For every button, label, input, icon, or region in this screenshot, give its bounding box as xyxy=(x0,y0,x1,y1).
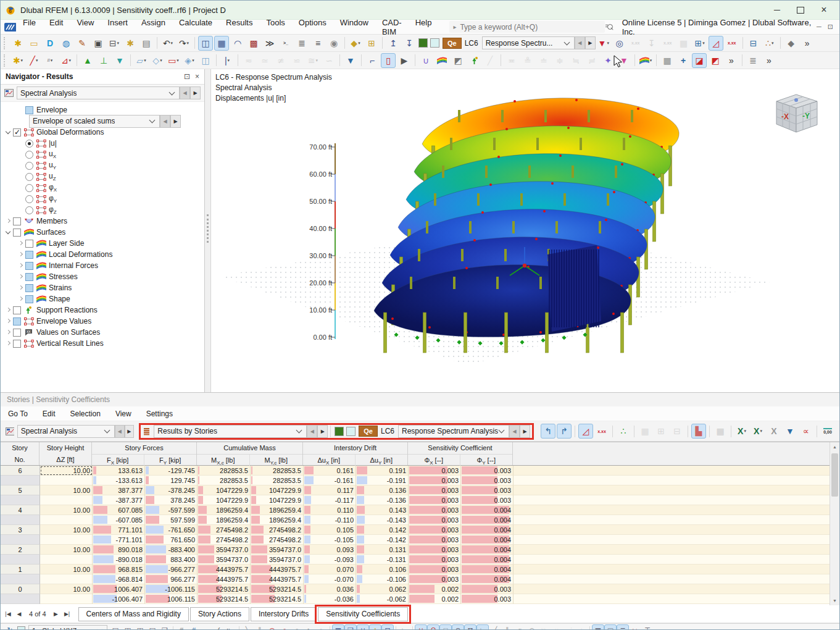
selection-mode-icon[interactable]: ▢ xyxy=(604,624,617,630)
fy-value-cell[interactable]: -883.400 xyxy=(145,545,198,555)
grid-window-icon[interactable]: ❏ xyxy=(344,624,357,630)
mxc-value-cell[interactable]: 1047229.9 xyxy=(198,485,251,495)
tree-item-layer-side[interactable]: Layer Side xyxy=(1,238,204,249)
myc-value-cell[interactable]: 1047229.9 xyxy=(251,485,304,495)
phix-value-cell[interactable]: 0.003 xyxy=(409,466,461,476)
background-color-swatch[interactable] xyxy=(430,38,439,48)
online-services-icon[interactable]: ◉ xyxy=(326,36,341,51)
tree-checkbox[interactable] xyxy=(25,273,33,281)
panel-lc-next-button[interactable]: ▶ xyxy=(520,425,530,438)
ribbon-layout-icon[interactable]: ⊡ xyxy=(828,23,833,31)
fx-value-cell[interactable]: 890.018 xyxy=(93,545,145,555)
tree-checkbox[interactable] xyxy=(13,306,21,314)
empty-table-icon[interactable]: ▦ xyxy=(713,424,728,439)
dimensions-tool-icon[interactable]: ⊞ xyxy=(364,36,379,51)
snap-parallel-icon[interactable]: ∥ xyxy=(501,624,514,630)
mxc-value-cell[interactable]: 1896259.4 xyxy=(198,505,251,515)
phix-value-cell[interactable]: 0.003 xyxy=(409,485,461,495)
first-record-button[interactable]: |◀ xyxy=(3,608,13,620)
duy-value-cell[interactable]: 0.062 xyxy=(356,584,409,594)
print-icon[interactable]: ⊟▾ xyxy=(107,36,122,51)
display-properties-icon[interactable]: ▩ xyxy=(246,36,261,51)
myc-value-cell[interactable]: 1047229.9 xyxy=(251,495,304,505)
phiy-value-cell[interactable]: 0.003 xyxy=(461,584,514,594)
coordinate-system-combo[interactable]: 1 - Global XYZ xyxy=(28,625,107,630)
fy-value-cell[interactable]: -761.650 xyxy=(145,525,198,535)
phiy-value-cell[interactable]: 0.003 xyxy=(461,594,514,604)
empty-cell[interactable] xyxy=(514,574,839,584)
dependency-tree-icon[interactable]: ∴ xyxy=(616,424,631,439)
open-model-icon[interactable]: ▭ xyxy=(27,36,41,51)
empty-cell[interactable] xyxy=(514,545,839,555)
snap-center-icon[interactable]: ⊗ xyxy=(452,624,464,630)
mxc-value-cell[interactable]: 2745498.2 xyxy=(198,525,251,535)
next-load-case-button[interactable]: ▶ xyxy=(585,36,596,49)
close-panel-icon[interactable]: × xyxy=(195,72,199,81)
search-box[interactable]: ▸ xyxy=(449,21,605,33)
tree-item-support-reactions[interactable]: Support Reactions xyxy=(1,304,204,316)
tree-radio[interactable] xyxy=(25,206,33,214)
background-color-swatch[interactable] xyxy=(346,427,356,436)
phix-value-cell[interactable]: 0.003 xyxy=(409,495,461,505)
snap-perpendicular-icon[interactable]: ∟ xyxy=(476,624,489,630)
envelope-prev-button[interactable]: ◀ xyxy=(160,115,170,128)
workplane-icon[interactable]: ◱ xyxy=(109,624,122,630)
open-cloud-model-icon[interactable]: ◍ xyxy=(59,36,73,51)
maximize-button[interactable] xyxy=(790,2,811,17)
snap-circle-icon[interactable]: ◎ xyxy=(526,624,538,630)
guidelines-icon[interactable]: # xyxy=(175,624,188,630)
tree-checkbox[interactable] xyxy=(25,251,33,259)
tree-expander-icon[interactable] xyxy=(4,340,12,347)
phiy-value-cell[interactable]: 0.004 xyxy=(461,535,514,545)
story-height-cell[interactable] xyxy=(40,574,93,584)
fy-value-cell[interactable]: -129.745 xyxy=(145,466,198,476)
search-expand-icon[interactable]: ▸ xyxy=(453,23,456,30)
add-story-above-icon[interactable]: ↥ xyxy=(386,36,401,51)
excel-export-icon[interactable]: X▾ xyxy=(734,424,749,439)
duy-value-cell[interactable]: -0.136 xyxy=(356,495,409,505)
fx-value-cell[interactable]: -1006.407 xyxy=(93,594,145,604)
tree-item-envelope-of-scaled-sums[interactable]: Envelope of scaled sums◀▶ xyxy=(1,116,204,127)
menu-help[interactable]: Help xyxy=(409,17,439,38)
fy-value-cell[interactable]: 966.277 xyxy=(145,574,198,584)
new-node-icon[interactable]: ✱▾ xyxy=(10,53,25,68)
fx-value-cell[interactable]: -771.101 xyxy=(93,535,145,545)
result-tables-icon[interactable]: ⊞▾ xyxy=(692,36,707,51)
tree-radio[interactable] xyxy=(25,184,33,192)
panel-menu-edit[interactable]: Edit xyxy=(35,408,63,419)
story-number-cell[interactable]: 0 xyxy=(1,584,40,594)
tree-expander-icon[interactable] xyxy=(17,251,24,258)
myc-value-cell[interactable]: 4443975.7 xyxy=(251,574,304,584)
fy-value-cell[interactable]: -966.277 xyxy=(145,565,198,574)
duy-value-cell[interactable]: 0.143 xyxy=(356,505,409,515)
ribbon-minimize-icon[interactable]: ─ xyxy=(817,23,821,31)
story-number-cell[interactable]: 2 xyxy=(1,545,40,555)
surface-support-icon[interactable]: ▼ xyxy=(112,53,127,68)
mxc-value-cell[interactable]: 4443975.7 xyxy=(198,565,251,574)
model-check-icon[interactable]: ◆▾ xyxy=(348,36,363,51)
keyword-search-input[interactable] xyxy=(459,22,591,32)
prev-load-case-button[interactable]: ◀ xyxy=(575,36,585,49)
result-values-icon[interactable]: x.xx xyxy=(725,36,739,51)
menu-calculate[interactable]: Calculate xyxy=(172,17,219,38)
duy-value-cell[interactable]: -0.131 xyxy=(356,555,409,565)
tree-checkbox[interactable] xyxy=(25,295,33,303)
phix-value-cell[interactable]: 0.003 xyxy=(409,574,461,584)
support-reactions-icon[interactable] xyxy=(467,53,481,68)
dux-value-cell[interactable]: 0.110 xyxy=(304,505,356,515)
snap-points-icon[interactable]: ∷ xyxy=(357,624,369,630)
workplane-xy-icon[interactable]: ◰ xyxy=(122,624,134,630)
fy-value-cell[interactable]: 129.745 xyxy=(145,476,198,485)
myc-value-cell[interactable]: 3594737.0 xyxy=(251,545,304,555)
myc-value-cell[interactable]: 4443975.7 xyxy=(251,565,304,574)
myc-value-cell[interactable]: 282853.5 xyxy=(251,466,304,476)
story-number-cell[interactable] xyxy=(1,555,40,565)
mxc-value-cell[interactable]: 1896259.4 xyxy=(198,515,251,525)
myc-value-cell[interactable]: 3594737.0 xyxy=(251,555,304,565)
fx-value-cell[interactable]: -890.018 xyxy=(93,555,145,565)
phiy-value-cell[interactable]: 0.004 xyxy=(461,574,514,584)
panel-load-case-combo[interactable]: Response Spectrum Analysis xyxy=(398,425,509,438)
story-height-cell[interactable]: 10.00 xyxy=(40,525,93,535)
dlubal-connect-icon[interactable]: D xyxy=(43,36,57,51)
empty-cell[interactable] xyxy=(514,495,839,505)
